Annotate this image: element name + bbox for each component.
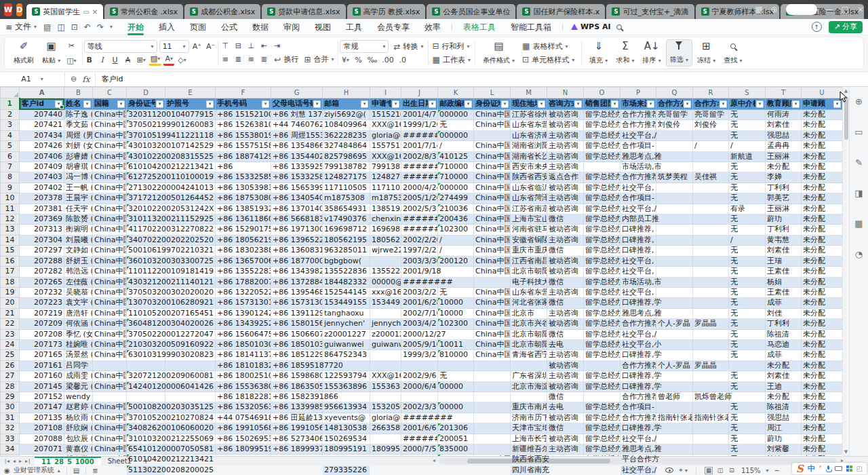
cell[interactable]: 无 xyxy=(729,277,766,287)
cell[interactable]: China中国 xyxy=(474,183,511,193)
cell[interactable]: +86 1343982452 xyxy=(271,267,323,277)
file-menu[interactable]: ≡ 文件 ▾ xyxy=(5,21,37,33)
cell[interactable]: 合作项目- xyxy=(620,402,656,413)
cell[interactable]: 丁利利 xyxy=(766,183,802,193)
cell[interactable] xyxy=(693,235,729,245)
cell[interactable]: 李婵 xyxy=(766,172,802,183)
cell[interactable]: +86 15575158 xyxy=(216,141,271,151)
cell[interactable]: 曾老师 xyxy=(656,392,693,402)
cell[interactable]: 2003/4/2 xyxy=(401,319,438,329)
cell[interactable]: China中国 xyxy=(474,235,511,245)
cell[interactable]: +86 18302388 xyxy=(216,246,271,256)
row-header-29[interactable]: 29 xyxy=(1,392,20,402)
menu-item-开始[interactable]: 开始 xyxy=(121,19,151,35)
column-header-O[interactable]: O xyxy=(584,88,620,98)
cell[interactable]: 310103200212255069 xyxy=(127,434,165,444)
cell[interactable]: 山东省菏泽 xyxy=(511,193,547,204)
cell[interactable]: 207288 xyxy=(20,256,64,266)
cell[interactable]: 北京市海淀 xyxy=(511,381,547,392)
row-header-19[interactable]: 19 xyxy=(1,287,20,297)
cell[interactable]: +86 1533258500 xyxy=(271,172,323,183)
cell[interactable]: 799138782 xyxy=(370,162,401,172)
cell[interactable]: 无 xyxy=(729,120,766,130)
cell[interactable]: 刘紫馨 xyxy=(766,444,802,455)
cell[interactable]: 未分配 xyxy=(802,360,843,370)
print-icon[interactable]: ◫ xyxy=(57,22,64,32)
file-tab[interactable]: S英国留学生▭× xyxy=(26,4,103,19)
cell[interactable]: 未分配 xyxy=(766,360,802,370)
cell[interactable]: 2001/9/18 xyxy=(401,267,438,277)
cell[interactable]: 成菲 xyxy=(766,298,802,308)
cell[interactable]: China中国 xyxy=(93,120,127,130)
cell[interactable]: 108409964 xyxy=(323,120,370,130)
cell[interactable]: 未分配 xyxy=(802,371,843,381)
cell[interactable]: 360103200303300725 xyxy=(127,256,165,266)
cell[interactable]: 207135 xyxy=(20,413,64,423)
cell[interactable] xyxy=(656,214,693,225)
cell[interactable]: China中国 xyxy=(474,225,511,235)
font-name-select[interactable]: 等线▾ xyxy=(84,40,157,53)
cell[interactable]: 被动咨询 xyxy=(547,120,584,130)
cell[interactable]: 201306 xyxy=(438,423,474,434)
cell[interactable] xyxy=(370,256,401,266)
cell[interactable]: 社交平台, xyxy=(620,183,656,193)
cell[interactable]: 留学总经办 xyxy=(584,235,620,245)
cell[interactable]: 主动咨询 xyxy=(547,141,584,151)
row-header-2[interactable]: 2 xyxy=(1,110,20,120)
cell[interactable] xyxy=(729,392,766,402)
cell[interactable]: 135522836 xyxy=(370,267,401,277)
cell[interactable]: XXX@163. xyxy=(370,371,401,381)
cell[interactable]: 强思喆 xyxy=(766,130,802,140)
cell[interactable]: 117110505 xyxy=(323,183,370,193)
cell[interactable]: 未分配 xyxy=(802,214,843,225)
cell[interactable]: China中国 xyxy=(474,214,511,225)
cell[interactable]: 2002/5/31 xyxy=(401,204,438,214)
row-header-20[interactable]: 20 xyxy=(1,298,20,308)
cell[interactable]: 500106199702210321 xyxy=(127,246,165,256)
cell[interactable]: 王素佳 xyxy=(766,267,802,277)
cell[interactable]: +86 1850103098 xyxy=(271,339,323,349)
cell[interactable]: 2000/12/27 xyxy=(401,329,438,339)
cell[interactable]: 370105199411221118 xyxy=(127,130,165,140)
cell[interactable]: 吕同学 xyxy=(64,360,93,370)
cell[interactable]: 180995191 xyxy=(323,444,370,455)
header-cell-C[interactable]: 国籍▾ xyxy=(93,98,127,110)
cell[interactable]: 371721200501264452 xyxy=(127,193,165,204)
cell[interactable]: 未分配 xyxy=(802,277,843,287)
column-header-S[interactable]: S xyxy=(729,88,766,98)
cell[interactable] xyxy=(693,193,729,204)
italic-button[interactable]: I xyxy=(97,54,108,66)
cell[interactable]: 返点合作 xyxy=(547,172,584,183)
cell[interactable]: +86 15152100 xyxy=(216,110,271,120)
cell[interactable]: 新航道 xyxy=(729,151,766,162)
sort-button[interactable]: A↓ 排序 ▾ xyxy=(639,39,665,66)
cell[interactable] xyxy=(474,130,511,140)
cell[interactable]: 000000 xyxy=(438,183,474,193)
cell[interactable]: +86 1877000215 xyxy=(271,256,323,266)
cell[interactable]: +86 13439252 xyxy=(216,319,271,329)
column-header-L[interactable]: L xyxy=(474,88,511,98)
cell[interactable]: 210303200509160922 xyxy=(127,339,165,349)
cell[interactable]: 留学总经办 xyxy=(584,246,620,256)
cell[interactable]: 北京市朝阳 xyxy=(511,267,547,277)
cell[interactable] xyxy=(693,350,729,360)
cell[interactable]: 200436 xyxy=(438,214,474,225)
cell[interactable]: 152544145 xyxy=(323,287,370,297)
cell[interactable]: 无 xyxy=(729,225,766,235)
cell[interactable] xyxy=(693,151,729,162)
cell[interactable]: +86 1360831276 xyxy=(271,246,323,256)
plugin-chevron-icon[interactable]: ▴ xyxy=(58,468,60,474)
cell[interactable]: 内部员工推 xyxy=(620,214,656,225)
header-cell-N[interactable]: 咨询方式▾ xyxy=(547,98,584,110)
search-pill[interactable] xyxy=(786,4,817,15)
cell[interactable]: 430103200107142529 xyxy=(127,141,165,151)
cell[interactable]: 被动咨询 xyxy=(547,381,584,392)
header-cell-P[interactable]: 市场来源▾ xyxy=(620,98,656,110)
cell[interactable]: 未分配 xyxy=(802,381,843,392)
align-middle-icon[interactable]: ⊟ xyxy=(233,40,243,52)
cell[interactable]: 无 xyxy=(438,120,474,130)
cell[interactable]: 未分配 xyxy=(802,151,843,162)
cell[interactable]: 未分配 xyxy=(802,423,843,434)
cell[interactable]: 口碑推荐,学 xyxy=(620,298,656,308)
cell[interactable]: China中国 xyxy=(93,350,127,360)
